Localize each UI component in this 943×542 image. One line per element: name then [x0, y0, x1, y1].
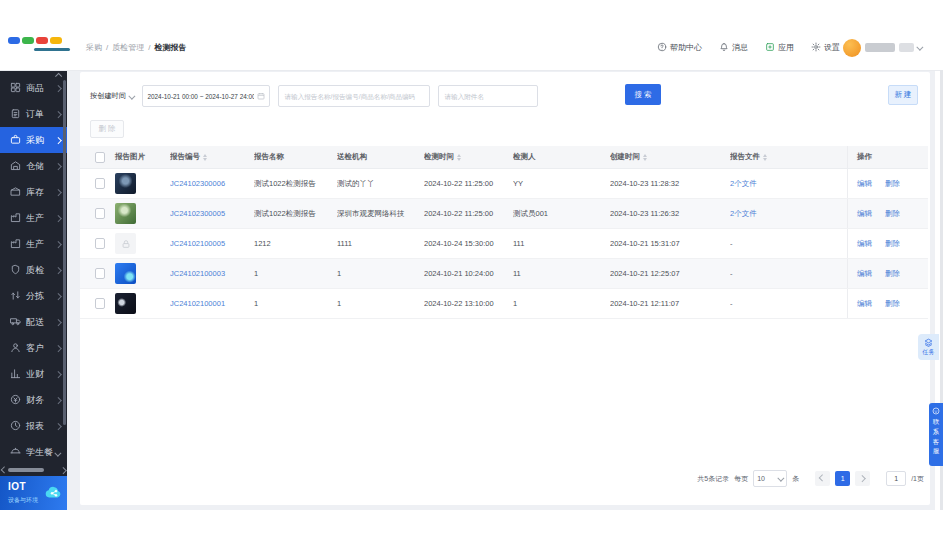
- new-button[interactable]: 新 建: [888, 85, 918, 105]
- sidebar-item-bizfinance[interactable]: 业财: [0, 361, 67, 387]
- table-header-row: 报告图片报告编号报告名称送检机构检测时间检测人创建时间报告文件操作: [80, 146, 928, 169]
- sidebar-item-warehouse[interactable]: 仓储: [0, 153, 67, 179]
- chevron-left-icon: [819, 475, 825, 481]
- header-menu-bell[interactable]: 消息: [719, 42, 748, 54]
- table-row: JC24102100001112024-10-22 13:10:0012024-…: [80, 289, 928, 319]
- sidebar-item-production[interactable]: 生产: [0, 205, 67, 231]
- sidebar-vertical-scrollbar[interactable]: [63, 80, 66, 425]
- breadcrumb-item[interactable]: 采购: [86, 42, 102, 53]
- edit-link[interactable]: 编辑: [857, 239, 872, 249]
- sidebar-item-label: 仓储: [26, 160, 44, 173]
- sidebar-item-purchase[interactable]: 采购: [0, 127, 67, 153]
- sidebar-item-production[interactable]: 生产: [0, 231, 67, 257]
- warehouse-icon: [10, 160, 21, 173]
- header-menu-help[interactable]: 帮助中心: [657, 42, 702, 54]
- row-checkbox[interactable]: [95, 268, 105, 279]
- sidebar-item-sorting[interactable]: 分拣: [0, 283, 67, 309]
- report-image[interactable]: [115, 233, 136, 254]
- sort-icon[interactable]: [457, 154, 461, 161]
- sidebar-item-finance[interactable]: 财务: [0, 387, 67, 413]
- header-menu-gear[interactable]: 设置: [811, 42, 840, 54]
- report-number-link[interactable]: JC24102300005: [170, 209, 225, 218]
- column-header[interactable]: 创建时间: [610, 152, 730, 162]
- chevron-right-icon: [55, 137, 61, 143]
- edit-link[interactable]: 编辑: [857, 209, 872, 219]
- select-all-checkbox[interactable]: [95, 152, 105, 163]
- sidebar-item-quality[interactable]: 质检: [0, 257, 67, 283]
- row-checkbox[interactable]: [95, 298, 105, 309]
- user-area[interactable]: [843, 25, 923, 70]
- per-page-suffix: 条: [792, 474, 799, 484]
- row-checkbox[interactable]: [95, 178, 105, 189]
- edit-link[interactable]: 编辑: [857, 269, 872, 279]
- column-header[interactable]: 检测时间: [424, 152, 513, 162]
- report-files-link[interactable]: 2个文件: [730, 209, 757, 219]
- next-page-button[interactable]: [855, 471, 870, 486]
- sidebar-item-report[interactable]: 报表: [0, 413, 67, 439]
- scroll-left-icon[interactable]: [1, 467, 7, 473]
- report-files-link[interactable]: 2个文件: [730, 179, 757, 189]
- report-number-link[interactable]: JC24102300006: [170, 179, 225, 188]
- sidebar-item-label: 生产: [26, 212, 44, 225]
- iot-banner[interactable]: IOT 设备与环境: [0, 476, 67, 510]
- per-page-select[interactable]: 10: [753, 470, 787, 487]
- sidebar-item-inventory[interactable]: 库存: [0, 179, 67, 205]
- delete-link[interactable]: 删除: [885, 299, 900, 309]
- header-menu-label: 消息: [732, 42, 748, 53]
- sidebar-item-order[interactable]: 订单: [0, 101, 67, 127]
- delete-link[interactable]: 删除: [885, 239, 900, 249]
- report-number-link[interactable]: JC24102100005: [170, 239, 225, 248]
- delete-link[interactable]: 删除: [885, 209, 900, 219]
- header-menu: 帮助中心消息应用设置: [657, 25, 840, 70]
- tasks-widget[interactable]: 任务: [918, 334, 939, 360]
- report-image[interactable]: [115, 263, 136, 284]
- report-search-input[interactable]: [278, 85, 430, 107]
- search-button[interactable]: 搜 索: [625, 84, 661, 105]
- sort-icon[interactable]: [643, 154, 647, 161]
- per-page-value: 10: [757, 475, 765, 482]
- report-image[interactable]: [115, 293, 136, 314]
- apps-icon: [765, 42, 775, 54]
- customer-service-widget[interactable]: 联系客服: [929, 403, 943, 466]
- header-menu-apps[interactable]: 应用: [765, 42, 794, 54]
- report-image[interactable]: [115, 173, 136, 194]
- delete-link[interactable]: 删除: [885, 269, 900, 279]
- bulk-delete-button[interactable]: 删 除: [90, 120, 124, 138]
- scrollbar-thumb[interactable]: [8, 468, 44, 472]
- edit-link[interactable]: 编辑: [857, 179, 872, 189]
- report-number-link[interactable]: JC24102100003: [170, 269, 225, 278]
- logo-pills: [8, 37, 76, 44]
- report-image[interactable]: [115, 203, 136, 224]
- created-time: 2024-10-21 15:31:07: [610, 239, 730, 248]
- page-1-button[interactable]: 1: [835, 471, 850, 486]
- report-icon: [10, 420, 21, 433]
- row-checkbox[interactable]: [95, 208, 105, 219]
- attachment-search-input[interactable]: [438, 85, 538, 107]
- sidebar-item-customer[interactable]: 客户: [0, 335, 67, 361]
- sidebar-horizontal-scrollbar[interactable]: [0, 466, 67, 474]
- sidebar-item-delivery[interactable]: 配送: [0, 309, 67, 335]
- sort-icon[interactable]: [763, 154, 767, 161]
- lock-icon: [121, 239, 131, 249]
- inspection-agency: 1: [337, 299, 424, 308]
- prev-page-button[interactable]: [815, 471, 830, 486]
- delete-link[interactable]: 删除: [885, 179, 900, 189]
- logo-pill-blue: [8, 37, 20, 44]
- report-name: 1212: [254, 239, 337, 248]
- page-jump-input[interactable]: [886, 471, 906, 486]
- column-header[interactable]: 报告编号: [170, 152, 254, 162]
- row-checkbox[interactable]: [95, 238, 105, 249]
- report-number-link[interactable]: JC24102100001: [170, 299, 225, 308]
- breadcrumb-item[interactable]: 质检管理: [112, 42, 144, 53]
- created-time: 2024-10-21 12:11:07: [610, 299, 730, 308]
- date-range-input[interactable]: 2024-10-21 00:00 ~ 2024-10-27 24:00: [142, 85, 270, 107]
- breadcrumb: 采购 / 质检管理 / 检测报告: [86, 25, 186, 70]
- edit-link[interactable]: 编辑: [857, 299, 872, 309]
- scroll-right-icon[interactable]: [60, 467, 66, 473]
- avatar[interactable]: [843, 39, 861, 57]
- column-header[interactable]: 报告文件: [730, 152, 847, 162]
- chevron-down-icon: [917, 44, 923, 50]
- sort-icon[interactable]: [203, 154, 207, 161]
- column-header: 报告名称: [254, 152, 337, 162]
- time-type-select[interactable]: 按创建时间: [90, 91, 134, 101]
